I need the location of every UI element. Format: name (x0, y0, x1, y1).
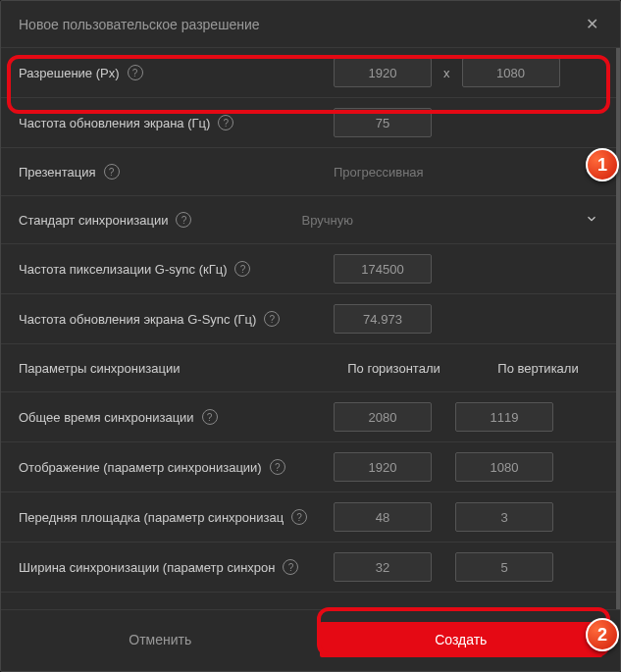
sync-width-h-input[interactable] (334, 552, 432, 582)
help-icon[interactable]: ? (218, 115, 233, 130)
sync-params-label: Параметры синхронизации (19, 361, 180, 376)
row-front-porch: Передняя площадка (параметр синхронизац … (1, 492, 616, 543)
resolution-separator: x (443, 66, 450, 80)
create-button[interactable]: Создать (320, 622, 603, 657)
front-porch-v-input[interactable] (455, 502, 553, 532)
custom-resolution-dialog: Новое пользовательское разрешение ✕ Разр… (0, 0, 621, 672)
sync-width-label: Ширина синхронизации (параметр синхрон (19, 560, 275, 575)
sync-width-v-input[interactable] (455, 552, 553, 582)
resolution-height-input[interactable] (462, 58, 560, 87)
total-sync-label: Общее время синхронизации (19, 410, 194, 425)
dialog-footer: Отменить Создать (1, 609, 620, 671)
row-sync-params-header: Параметры синхронизации По горизонтали П… (1, 344, 616, 392)
close-icon[interactable]: ✕ (582, 13, 602, 35)
display-sync-label: Отображение (параметр синхронизации) (19, 460, 262, 475)
total-h-input[interactable] (334, 402, 432, 432)
front-porch-label: Передняя площадка (параметр синхронизац (19, 510, 284, 525)
pixel-clock-label: Частота пикселизации G-sync (кГц) (19, 262, 227, 277)
resolution-width-input[interactable] (334, 58, 432, 87)
annotation-badge-2: 2 (586, 618, 619, 651)
help-icon[interactable]: ? (202, 409, 218, 425)
column-horizontal: По горизонтали (334, 361, 454, 376)
resolution-label: Разрешение (Px) (19, 66, 120, 80)
front-porch-h-input[interactable] (334, 502, 432, 532)
row-gsync-refresh: Частота обновления экрана G-Sync (Гц) ? (1, 294, 616, 344)
row-sync-standard[interactable]: Стандарт синхронизации ? Вручную (1, 196, 616, 244)
annotation-badge-1: 1 (586, 148, 619, 181)
display-v-input[interactable] (455, 452, 553, 482)
help-icon[interactable]: ? (128, 65, 143, 80)
chevron-down-icon[interactable] (585, 212, 598, 229)
row-refresh-rate: Частота обновления экрана (Гц) ? (1, 98, 616, 148)
row-sync-width: Ширина синхронизации (параметр синхрон ? (1, 543, 616, 593)
help-icon[interactable]: ? (104, 164, 120, 180)
help-icon[interactable]: ? (283, 559, 298, 575)
dialog-title: Новое пользовательское разрешение (19, 17, 260, 32)
row-total-sync: Общее время синхронизации ? (1, 392, 616, 442)
help-icon[interactable]: ? (291, 509, 307, 525)
dialog-content: Разрешение (Px) ? x Частота обновления э… (1, 48, 620, 609)
column-vertical: По вертикали (478, 361, 598, 376)
presentation-label: Презентация (19, 165, 96, 180)
gsync-refresh-input[interactable] (334, 304, 432, 334)
sync-standard-value: Вручную (302, 213, 586, 228)
row-display-sync: Отображение (параметр синхронизации) ? (1, 442, 616, 492)
cancel-button[interactable]: Отменить (19, 622, 302, 657)
help-icon[interactable]: ? (176, 212, 191, 228)
dialog-header: Новое пользовательское разрешение ✕ (1, 1, 620, 48)
row-resolution: Разрешение (Px) ? x (1, 48, 616, 98)
refresh-rate-input[interactable] (334, 108, 432, 137)
row-presentation: Презентация ? Прогрессивная (1, 148, 616, 196)
presentation-value: Прогрессивная (334, 165, 598, 180)
refresh-label: Частота обновления экрана (Гц) (19, 116, 210, 130)
help-icon[interactable]: ? (270, 459, 285, 475)
gsync-refresh-label: Частота обновления экрана G-Sync (Гц) (19, 312, 256, 327)
help-icon[interactable]: ? (264, 311, 280, 327)
total-v-input[interactable] (455, 402, 553, 432)
pixel-clock-input[interactable] (334, 254, 432, 284)
help-icon[interactable]: ? (234, 261, 250, 277)
row-pixel-clock: Частота пикселизации G-sync (кГц) ? (1, 244, 616, 294)
display-h-input[interactable] (334, 452, 432, 482)
sync-standard-label: Стандарт синхронизации (19, 213, 168, 228)
